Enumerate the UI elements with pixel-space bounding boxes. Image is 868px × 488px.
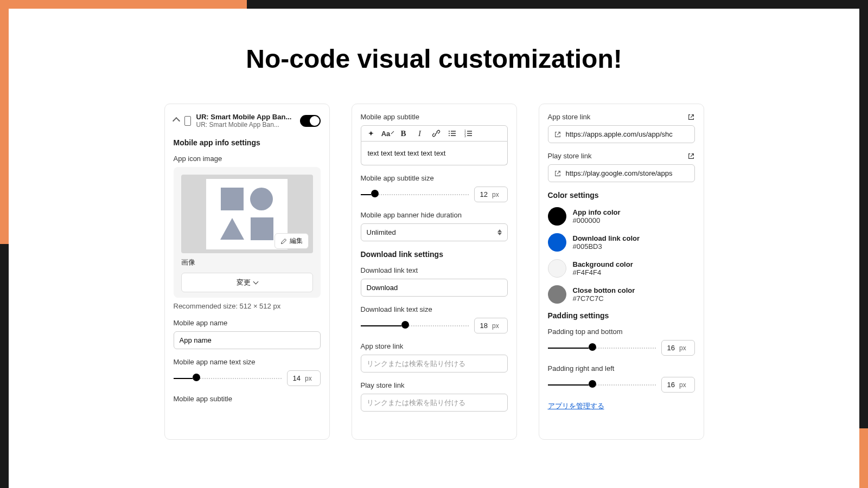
color-swatch[interactable]: [548, 233, 566, 252]
manage-app-link[interactable]: アプリを管理する: [548, 402, 604, 410]
external-link-icon[interactable]: [687, 113, 695, 121]
external-link-icon: [554, 131, 561, 138]
app-name-label: Mobile app name: [174, 319, 321, 327]
color-hex: #000000: [573, 216, 621, 224]
mobile-icon: [184, 116, 191, 126]
block-subtitle: UR: Smart Mobile App Ban...: [196, 121, 295, 129]
play-store-link-label: Play store link: [548, 152, 592, 160]
download-text-label: Download link text: [361, 266, 508, 274]
padding-rl-slider[interactable]: [548, 383, 656, 387]
color-name: App info color: [573, 208, 621, 216]
color-swatch[interactable]: [548, 259, 566, 278]
visibility-toggle[interactable]: [300, 115, 321, 127]
color-row: Close botton color#7C7C7C: [548, 285, 695, 304]
chevron-down-icon: [253, 279, 258, 285]
svg-point-0: [449, 131, 450, 132]
app-store-link-label: App store link: [361, 342, 508, 350]
color-swatch[interactable]: [548, 207, 566, 226]
padding-tb-label: Padding top and bottom: [548, 328, 695, 336]
color-row: Download link color#005BD3: [548, 233, 695, 252]
play-store-link-input[interactable]: [361, 394, 508, 412]
chevron-down-icon: [391, 131, 394, 134]
subtitle-size-value[interactable]: 12 px: [474, 187, 508, 202]
select-arrows-icon: [497, 229, 502, 235]
italic-button[interactable]: I: [416, 129, 424, 138]
padding-tb-value[interactable]: 16 px: [661, 340, 695, 356]
external-link-icon[interactable]: [687, 152, 695, 160]
page-title: No-code visual customization!: [9, 44, 859, 74]
placeholder-shape: [251, 217, 273, 240]
svg-point-1: [449, 133, 450, 134]
settings-panel-1: UR: Smart Mobile App Ban... UR: Smart Mo…: [164, 104, 330, 440]
app-store-url-input[interactable]: https://apps.apple.com/us/app/shc: [548, 125, 695, 143]
app-name-size-label: Mobile app name text size: [174, 358, 321, 366]
app-name-size-slider[interactable]: [174, 377, 282, 380]
download-size-value[interactable]: 18 px: [474, 318, 508, 333]
placeholder-shape: [250, 188, 273, 210]
subtitle-size-label: Mobile app subtitle size: [361, 174, 508, 182]
image-caption: 画像: [181, 258, 313, 267]
pencil-icon: [280, 238, 287, 245]
padding-tb-slider[interactable]: [548, 346, 656, 350]
download-text-input[interactable]: [361, 279, 508, 297]
color-hex: #005BD3: [573, 242, 640, 251]
hide-duration-label: Mobile app banner hide duration: [361, 211, 508, 219]
subtitle-label: Mobile app subtitle: [174, 395, 321, 403]
placeholder-shape: [221, 188, 244, 210]
color-name: Download link color: [573, 234, 640, 242]
color-swatch[interactable]: [548, 285, 566, 304]
image-preview: 編集: [181, 175, 313, 253]
chevron-up-icon[interactable]: [172, 117, 180, 124]
color-hex: #F4F4F4: [573, 268, 633, 277]
color-row: Background color#F4F4F4: [548, 259, 695, 278]
bullet-list-button[interactable]: [448, 129, 457, 138]
block-title: UR: Smart Mobile App Ban...: [196, 113, 295, 121]
padding-rl-label: Padding right and left: [548, 364, 695, 373]
external-link-icon: [554, 170, 561, 177]
padding-section-heading: Padding settings: [548, 311, 695, 320]
download-size-label: Download link text size: [361, 305, 508, 313]
svg-text:3: 3: [464, 134, 466, 138]
color-row: App info color#000000: [548, 207, 695, 226]
sparkle-icon[interactable]: ✦: [367, 129, 375, 138]
subtitle-label: Mobile app subtitle: [361, 113, 508, 121]
color-hex: #7C7C7C: [573, 294, 635, 303]
app-name-size-value[interactable]: 14 px: [287, 370, 321, 386]
app-icon-label: App icon image: [174, 155, 321, 163]
edit-image-button[interactable]: 編集: [275, 233, 309, 249]
section-heading: Mobile app info settings: [174, 138, 321, 147]
play-store-link-label: Play store link: [361, 381, 508, 389]
color-name: Close botton color: [573, 286, 635, 294]
hide-duration-select[interactable]: Unlimited: [361, 223, 508, 241]
change-image-button[interactable]: 変更: [181, 273, 313, 292]
placeholder-shape: [220, 218, 244, 240]
link-button[interactable]: [432, 129, 441, 138]
padding-rl-value[interactable]: 16 px: [661, 377, 695, 393]
color-name: Background color: [573, 260, 633, 268]
recommended-size-hint: Recommended size: 512 × 512 px: [174, 302, 321, 310]
app-store-link-input[interactable]: [361, 355, 508, 373]
play-store-url-input[interactable]: https://play.google.com/store/apps: [548, 164, 695, 182]
numbered-list-button[interactable]: 123: [464, 129, 473, 138]
settings-panel-2: Mobile app subtitle ✦ Aa B I: [352, 104, 517, 440]
rich-text-toolbar: ✦ Aa B I 123: [361, 125, 508, 142]
font-picker[interactable]: Aa: [383, 129, 392, 138]
settings-panel-3: App store link https://apps.apple.com/us…: [539, 104, 704, 440]
subtitle-textarea[interactable]: text text text text text text: [361, 142, 508, 165]
bold-button[interactable]: B: [399, 129, 408, 138]
subtitle-size-slider[interactable]: [361, 193, 469, 196]
download-section-heading: Download link settings: [361, 250, 508, 259]
app-name-input[interactable]: [174, 331, 321, 349]
app-store-link-label: App store link: [548, 113, 591, 121]
color-section-heading: Color settings: [548, 191, 695, 200]
download-size-slider[interactable]: [361, 324, 469, 328]
svg-point-2: [449, 135, 450, 136]
